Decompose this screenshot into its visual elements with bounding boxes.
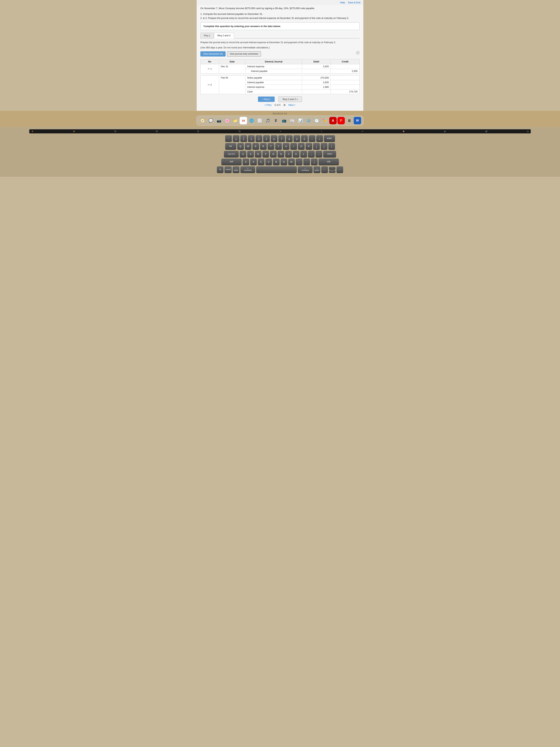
key-p[interactable]: P [305, 143, 312, 150]
touchbar-f6[interactable]: ⬛ [239, 130, 241, 132]
touchbar-f4[interactable]: ⬛ [156, 130, 158, 132]
touchbar-f5[interactable]: ⬛ [197, 130, 199, 132]
key-control[interactable]: control [224, 166, 232, 173]
touchbar-f9[interactable]: ➡ [362, 130, 363, 132]
touchbar-f2[interactable]: 🔆 [73, 130, 75, 132]
row1-entry1-debit[interactable]: 2,835 [302, 64, 331, 69]
row2-entry4-debit[interactable] [302, 89, 331, 94]
next-link[interactable]: Next > [289, 104, 296, 106]
key-z[interactable]: Z [243, 159, 249, 165]
touchbar-f10[interactable]: 🔇 [403, 130, 405, 132]
key-n[interactable]: N [281, 159, 287, 165]
row2-entry2-credit[interactable] [331, 80, 359, 85]
key-return[interactable]: return [323, 151, 336, 157]
key-caps[interactable]: caps lock [224, 151, 239, 157]
key-fn[interactable]: fn [217, 166, 223, 173]
red-circle-dock-icon[interactable]: P [338, 117, 345, 124]
key-f[interactable]: F [262, 151, 269, 157]
key-option-right[interactable]: ⌥option [314, 166, 320, 173]
messages-dock-icon[interactable]: 💬 [207, 117, 214, 124]
key-l[interactable]: L [300, 151, 307, 157]
key-quote[interactable]: "' [316, 151, 322, 157]
key-m[interactable]: M [288, 159, 295, 165]
key-8[interactable]: *8 [286, 135, 293, 142]
key-backtick[interactable]: ~` [225, 135, 232, 142]
key-period[interactable]: >. [303, 159, 310, 165]
key-7[interactable]: &7 [278, 135, 285, 142]
key-shift-left[interactable]: shift [221, 159, 242, 165]
key-arrow-down[interactable]: ↓ [329, 170, 336, 173]
touchbar-f3[interactable]: ⬛ [114, 130, 116, 132]
facetime-dock-icon[interactable]: 📷 [215, 117, 222, 124]
row2-entry2-debit[interactable]: 2,835 [302, 80, 331, 85]
touchbar-power[interactable]: ⏻ [527, 130, 529, 132]
appletv-dock-icon[interactable]: 📺 [281, 117, 288, 124]
row1-entry2-credit[interactable]: 2,835 [331, 69, 359, 74]
key-backslash[interactable]: |\ [328, 143, 335, 150]
key-tab[interactable]: tab [225, 143, 236, 150]
row2-entry4-credit[interactable]: 274,725 [331, 89, 359, 94]
key-delete[interactable]: delete [324, 135, 335, 142]
key-i[interactable]: I [290, 143, 297, 150]
edit-icon-1[interactable]: ✏ [208, 68, 210, 70]
help-link[interactable]: Help [340, 1, 345, 4]
key-j[interactable]: J [285, 151, 292, 157]
key-o[interactable]: O [298, 143, 304, 150]
key-v[interactable]: V [265, 159, 272, 165]
key-1[interactable]: !1 [233, 135, 239, 142]
stock-dock-icon[interactable]: 📊 [297, 117, 304, 124]
a-dock-icon[interactable]: A [329, 117, 337, 124]
files-dock-icon[interactable]: 📁 [232, 117, 239, 124]
pen-dock-icon[interactable]: ✏️ [321, 117, 328, 124]
key-command-left[interactable]: ⌘command [240, 166, 255, 173]
photos-dock-icon[interactable]: 🌸 [223, 117, 231, 124]
touchbar-f8[interactable]: ⏸ [321, 130, 322, 132]
touchbar-f7[interactable]: ⬅ [280, 130, 282, 132]
key-5[interactable]: %5 [263, 135, 270, 142]
row1-entry1-account[interactable]: Interest expense [245, 64, 302, 69]
row1-entry2-debit[interactable] [302, 69, 331, 74]
safari-icon[interactable]: 🧭 [199, 117, 206, 124]
row2-entry1-account[interactable]: Notes payable [245, 76, 302, 80]
row2-entry4-account[interactable]: Cash [245, 89, 302, 94]
row1-entry1-credit[interactable] [331, 64, 359, 69]
key-k[interactable]: K [293, 151, 299, 157]
row2-entry3-credit[interactable] [331, 85, 359, 89]
key-h[interactable]: H [277, 151, 284, 157]
key-shift-right[interactable]: shift [319, 159, 339, 165]
key-t[interactable]: T [268, 143, 274, 150]
key-q[interactable]: Q [237, 143, 244, 150]
clock-dock-icon[interactable]: 🕐 [313, 117, 320, 124]
key-x[interactable]: X [250, 159, 257, 165]
row1-entry2-account[interactable]: Interest payable [245, 69, 302, 74]
view-transaction-button[interactable]: View transaction list [201, 51, 225, 56]
touchbar-f1[interactable]: 🔅 [31, 130, 33, 132]
key-equals[interactable]: += [316, 135, 323, 142]
music-dock-icon[interactable]: 🎵 [264, 117, 271, 124]
req23-nav-button[interactable]: Req 2 and 3 > [278, 96, 302, 102]
calendar-dock-icon[interactable]: 14 [240, 117, 247, 124]
key-4[interactable]: $4 [256, 135, 262, 142]
grid-view-icon[interactable]: ⊞ [284, 104, 286, 106]
view-journal-button[interactable]: View journal entry worksheet [227, 51, 261, 56]
key-g[interactable]: G [270, 151, 277, 157]
close-icon[interactable]: ✕ [356, 51, 359, 55]
key-0[interactable]: )0 [301, 135, 308, 142]
monitor-dock-icon[interactable]: 🖥 [346, 117, 353, 124]
chrome-dock-icon[interactable]: 🌐 [248, 117, 255, 124]
key-u[interactable]: U [283, 143, 289, 150]
key-space[interactable] [256, 166, 297, 173]
key-arrow-up[interactable]: ↑ [329, 167, 336, 170]
row2-entry3-debit[interactable]: 1,890 [302, 85, 331, 89]
key-comma[interactable]: <, [296, 159, 302, 165]
tab-req2and3[interactable]: Req 2 and 3 [214, 33, 234, 38]
key-3[interactable]: #3 [248, 135, 255, 142]
key-arrow-right[interactable]: → [337, 166, 343, 173]
touchbar-f11[interactable]: 🔉 [444, 130, 446, 132]
key-arrow-left[interactable]: ← [321, 166, 328, 173]
w-dock-icon[interactable]: W [354, 117, 361, 124]
key-bracket-right[interactable]: }] [321, 143, 327, 150]
key-9[interactable]: (9 [294, 135, 300, 142]
key-slash[interactable]: ?/ [311, 159, 318, 165]
key-semicolon[interactable]: :; [308, 151, 315, 157]
